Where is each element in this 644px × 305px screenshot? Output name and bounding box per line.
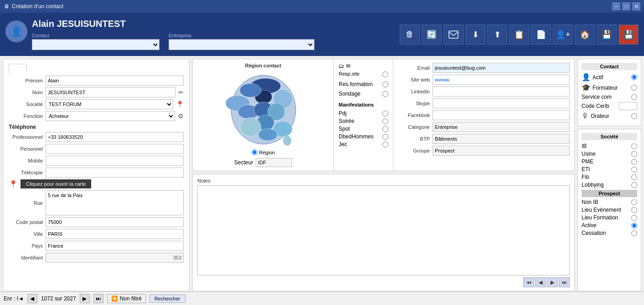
manif-spot-radio[interactable] xyxy=(382,126,388,132)
facebook-input[interactable] xyxy=(433,110,570,120)
telecopie-label: Télécopie xyxy=(9,170,43,175)
formateur-row: 🎓 Formateur xyxy=(582,83,637,92)
categorie-input[interactable] xyxy=(433,122,570,132)
minimize-button[interactable]: ─ xyxy=(612,2,620,10)
soc-lieu-evenement-row: Lieu Evènement xyxy=(582,207,637,213)
soc-usine-radio[interactable] xyxy=(631,151,637,157)
manif-pdj-radio[interactable] xyxy=(382,111,388,117)
groupe-input[interactable] xyxy=(433,146,570,156)
code-postal-label: Code postal xyxy=(9,219,43,225)
orateur-label: Orateur xyxy=(591,113,629,119)
nav-bar-last-button[interactable]: ⏭ xyxy=(93,294,103,303)
code-cerib-input[interactable] xyxy=(619,102,637,110)
secteur-input[interactable] xyxy=(256,158,292,167)
pays-input[interactable] xyxy=(46,241,184,251)
region-radio[interactable] xyxy=(252,149,258,155)
actif-radio[interactable] xyxy=(631,74,637,80)
service-com-radio[interactable] xyxy=(631,94,637,100)
entreprise-select[interactable] xyxy=(169,39,314,50)
document-button[interactable]: 📄 xyxy=(531,25,551,45)
save-button[interactable]: 💾 xyxy=(597,25,617,45)
soc-lobbying-radio[interactable] xyxy=(631,182,637,188)
add-contact-button[interactable]: 👤+ xyxy=(553,25,573,45)
open-map-button[interactable]: Cliquez pour ouvrir la carte xyxy=(21,179,91,188)
orateur-icon: 🎙 xyxy=(582,112,589,120)
site-web-input[interactable] xyxy=(433,75,570,85)
manif-dbedhommes-radio[interactable] xyxy=(382,134,388,140)
btp-row: BTP xyxy=(398,134,570,144)
close-button[interactable]: ✕ xyxy=(632,2,640,10)
download-button[interactable]: ⬇ xyxy=(465,25,485,45)
telecopie-input[interactable] xyxy=(46,168,184,178)
ville-input[interactable] xyxy=(46,229,184,239)
svg-point-11 xyxy=(240,117,261,137)
soc-cessation-row: Cessation xyxy=(582,230,637,236)
upload-button[interactable]: ⬆ xyxy=(487,25,507,45)
sondage-radio[interactable] xyxy=(382,91,388,97)
pays-label: Pays xyxy=(9,243,43,249)
rue-label: Rue xyxy=(9,200,43,206)
soc-lieu-evenement-radio[interactable] xyxy=(631,207,637,213)
map-pin-icon[interactable]: 📍 xyxy=(176,101,184,108)
professionnel-input[interactable] xyxy=(46,132,184,142)
email-input[interactable] xyxy=(433,63,570,73)
maximize-button[interactable]: □ xyxy=(622,2,630,10)
refresh-button[interactable]: 🔄 xyxy=(422,25,442,45)
mobile-input[interactable] xyxy=(46,156,184,166)
orateur-radio[interactable] xyxy=(631,113,637,119)
email-row: Email xyxy=(398,63,570,73)
delete-button[interactable]: 🗑 xyxy=(400,25,420,45)
manif-jec-label: Jec xyxy=(339,141,347,147)
save-close-button[interactable]: 💾 xyxy=(618,25,639,45)
nav-bar-next-button[interactable]: ▶ xyxy=(80,294,90,303)
resp-site-radio[interactable] xyxy=(382,71,388,77)
code-postal-input[interactable] xyxy=(46,217,184,227)
personnel-input[interactable] xyxy=(46,144,184,154)
form-tab[interactable] xyxy=(9,64,27,73)
filter-badge: 🔽 Non filtré xyxy=(107,294,146,303)
skype-row: Skype xyxy=(398,98,570,108)
nav-first-button[interactable]: ⏮ xyxy=(523,277,534,287)
soc-non-ib-label: Non IB xyxy=(582,199,631,205)
manif-pdj-row: Pdj xyxy=(339,110,388,117)
fonction-label: Fonction xyxy=(9,113,43,119)
settings-icon[interactable]: ⚙ xyxy=(178,112,184,120)
manif-jec-radio[interactable] xyxy=(382,142,388,147)
contact-select[interactable] xyxy=(32,39,160,50)
record-info: 1072 sur 2027 xyxy=(41,295,76,302)
nom-input[interactable] xyxy=(46,87,175,97)
email-button[interactable] xyxy=(443,25,464,45)
societe-select[interactable]: TEST FORUM xyxy=(46,99,173,109)
skype-input[interactable] xyxy=(433,98,570,108)
region-contact-title: Région contact xyxy=(245,63,281,68)
soc-eti-radio[interactable] xyxy=(631,167,637,173)
soc-active-radio[interactable] xyxy=(631,223,637,229)
nav-last-button[interactable]: ⏭ xyxy=(559,277,570,287)
prenom-row: Prénom xyxy=(9,76,184,86)
notes-textarea[interactable] xyxy=(197,185,570,275)
soc-pme-radio[interactable] xyxy=(631,159,637,165)
soc-non-ib-radio[interactable] xyxy=(631,199,637,205)
nav-next-button[interactable]: ▶ xyxy=(547,277,558,287)
nav-bar-prev-button[interactable]: ◀ xyxy=(27,294,37,303)
rue-textarea[interactable]: 5 rue de la Paix xyxy=(46,190,184,215)
manif-soiree-radio[interactable] xyxy=(382,118,388,124)
nav-prev-button[interactable]: ◀ xyxy=(535,277,546,287)
soc-cessation-radio[interactable] xyxy=(631,230,637,236)
soc-ib-radio[interactable] xyxy=(631,143,637,149)
linkedin-input[interactable] xyxy=(433,86,570,97)
prenom-input[interactable] xyxy=(46,76,184,86)
main-area: Prénom Nom ✏ Société TEST FORUM 📍 Foncti… xyxy=(0,56,644,291)
edit-icon[interactable]: ✏ xyxy=(178,89,184,96)
copy-button[interactable]: 📋 xyxy=(509,25,529,45)
fonction-select[interactable]: Acheteur xyxy=(46,111,175,121)
soc-fib-radio[interactable] xyxy=(631,174,637,180)
home-button[interactable]: 🏠 xyxy=(575,25,595,45)
soc-lieu-formation-radio[interactable] xyxy=(631,215,637,221)
formateur-radio[interactable] xyxy=(631,85,637,91)
svg-rect-0 xyxy=(449,31,458,38)
soc-eti-row: ETI xyxy=(582,166,637,173)
res-formation-radio[interactable] xyxy=(382,81,388,87)
rechercher-button[interactable]: Rechercher xyxy=(149,295,185,303)
btp-input[interactable] xyxy=(433,134,570,144)
